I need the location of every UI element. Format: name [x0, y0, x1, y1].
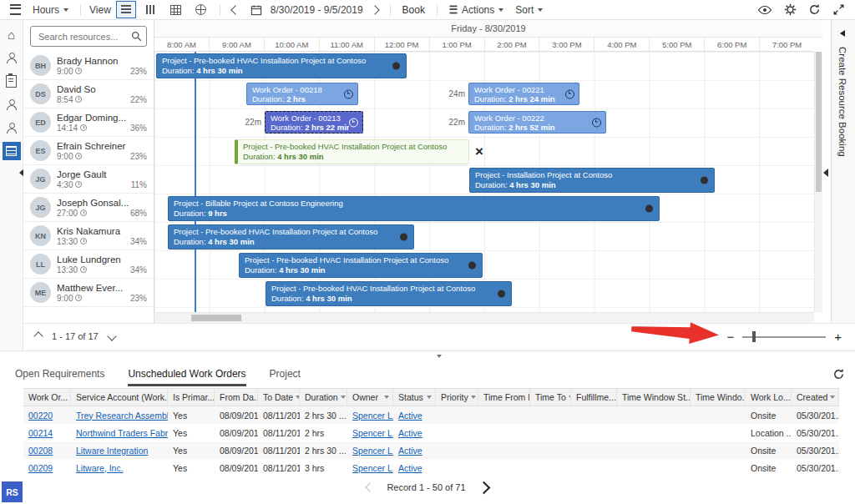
column-header[interactable]: Time From P... — [478, 389, 530, 406]
calendar-button[interactable] — [247, 4, 266, 16]
cell-link[interactable]: Spencer L... — [347, 446, 393, 456]
cell-link[interactable]: Litware, Inc. — [71, 463, 168, 473]
column-header[interactable]: Work Lo... — [746, 389, 792, 406]
cell-link[interactable]: Litware Integration — [71, 446, 168, 456]
cell-link[interactable]: Active — [393, 446, 436, 456]
work-orders-icon[interactable] — [3, 72, 21, 90]
user-initials-badge[interactable]: RS — [2, 481, 23, 502]
scale-dropdown[interactable]: Hours — [29, 4, 72, 16]
zoom-slider[interactable] — [742, 331, 826, 342]
refresh-button[interactable] — [805, 3, 824, 16]
column-header[interactable]: Duration — [300, 389, 347, 406]
cell-link[interactable]: 00214 — [23, 428, 71, 438]
schedule-assistant-icon[interactable] — [3, 95, 21, 113]
column-header[interactable]: Priority — [436, 389, 478, 406]
table-row[interactable]: 00208Litware IntegrationYes08/09/201808/… — [23, 441, 839, 459]
vertical-scrollbar[interactable] — [814, 52, 822, 312]
column-header[interactable]: Time To — [530, 389, 571, 406]
cell-link[interactable]: 00208 — [23, 446, 71, 456]
tab-project[interactable]: Project — [270, 368, 301, 386]
expand-right-panel-icon[interactable] — [823, 169, 828, 177]
home-icon[interactable]: ⌂ — [3, 25, 21, 43]
fullscreen-button[interactable] — [829, 3, 848, 16]
horizontal-scrollbar-thumb[interactable] — [191, 315, 241, 321]
settings-button[interactable] — [781, 3, 800, 16]
prev-page-icon[interactable] — [366, 482, 375, 491]
next-period-button[interactable] — [368, 7, 382, 13]
schedule-board-icon[interactable] — [3, 142, 21, 160]
column-header[interactable]: Is Primar... — [168, 389, 215, 406]
cell-link[interactable]: Active — [393, 428, 436, 438]
column-header[interactable]: Owner — [347, 389, 393, 406]
prev-period-button[interactable] — [229, 7, 242, 13]
cell-link[interactable]: 00220 — [23, 411, 71, 421]
column-header[interactable]: From Da... — [215, 389, 258, 406]
resource-row[interactable]: BHBrady Hannon9:0023% — [23, 52, 154, 80]
resource-row[interactable]: JGJoseph Gonsal...27:0068% — [23, 194, 154, 222]
view-grid-button[interactable] — [166, 1, 186, 18]
booking-bar[interactable]: Project - Pre-booked HVAC Installation P… — [156, 53, 407, 78]
sort-dropdown[interactable]: Sort — [512, 4, 546, 16]
column-header[interactable]: To Date — [258, 389, 300, 406]
book-button[interactable]: Book — [399, 4, 428, 16]
column-header[interactable]: Service Account (Work... — [71, 389, 168, 406]
view-list-button[interactable] — [116, 1, 136, 18]
cell-link[interactable]: Spencer L... — [347, 428, 393, 438]
table-row[interactable]: 00209Litware, Inc.Yes08/09/201808/11/201… — [23, 459, 839, 476]
resource-row[interactable]: EDEdgar Doming...14:1436% — [23, 108, 154, 137]
zoom-slider-thumb[interactable] — [752, 331, 756, 342]
resource-row[interactable]: MEMatthew Ever...9:0023% — [23, 279, 154, 307]
cell-link[interactable]: Spencer L... — [347, 411, 393, 421]
cell-link[interactable]: Active — [393, 411, 436, 421]
search-input[interactable] — [37, 31, 128, 43]
actions-dropdown[interactable]: Actions — [446, 4, 507, 16]
column-header[interactable]: Work Or... — [23, 389, 71, 406]
grid-refresh-button[interactable] — [832, 368, 845, 381]
create-resource-booking-tab[interactable]: Create Resource Booking — [831, 20, 855, 324]
table-row[interactable]: 00220Trey Research AssemblyYes08/09/2018… — [23, 406, 839, 424]
date-range[interactable]: 8/30/2019 - 9/5/2019 — [271, 4, 363, 16]
cell-link[interactable]: Northwind Traders Fabric... — [71, 428, 168, 438]
booking-bar[interactable]: Work Order - 00221Duration: 2 hrs 24 min — [468, 83, 579, 105]
booking-bar[interactable]: Work Order - 00213Duration: 2 hrs 22 min — [265, 111, 363, 134]
booking-bar[interactable]: Project - Pre-booked HVAC Installation P… — [239, 253, 483, 278]
cell-link[interactable]: Trey Research Assembly — [71, 411, 168, 421]
booking-bar[interactable]: Project - Pre-booked HVAC Installation P… — [266, 281, 512, 306]
view-columns-button[interactable] — [141, 1, 161, 18]
cell-link[interactable]: Active — [393, 463, 436, 473]
booking-bar[interactable]: Project - Installation Project at Contos… — [469, 168, 715, 193]
close-icon[interactable]: × — [475, 144, 483, 159]
requirement-groups-icon[interactable] — [3, 118, 21, 137]
view-map-button[interactable] — [191, 1, 211, 18]
horizontal-scrollbar[interactable] — [154, 312, 814, 323]
column-header[interactable]: Status — [393, 389, 436, 406]
resource-row[interactable]: JGJorge Gault4:3011% — [23, 165, 154, 194]
table-row[interactable]: 00214Northwind Traders Fabric...Yes08/09… — [23, 424, 839, 441]
booking-bar[interactable]: Work Order - 00222Duration: 2 hrs 52 min — [468, 111, 606, 134]
column-header[interactable]: Created — [792, 389, 839, 406]
column-header[interactable]: Time Window St... — [617, 389, 691, 406]
column-header[interactable]: Time Windo... — [691, 389, 746, 406]
resource-row[interactable]: ESEfrain Schreiner9:0023% — [23, 137, 154, 165]
cell-link[interactable]: Spencer L... — [347, 463, 393, 473]
cell-link[interactable]: 00209 — [23, 463, 71, 473]
splitter-collapse-icon[interactable] — [437, 355, 442, 358]
column-header[interactable]: Fulfillme... — [571, 389, 617, 406]
booking-bar[interactable]: Project - Pre-booked HVAC Installation P… — [168, 224, 414, 249]
panel-splitter[interactable] — [0, 350, 855, 361]
resource-row[interactable]: DSDavid So8:5422% — [23, 80, 154, 108]
zoom-out-button[interactable]: − — [726, 330, 734, 343]
search-icon[interactable] — [131, 31, 142, 42]
resource-row[interactable]: LLLuke Lundgren13:3034% — [23, 250, 154, 279]
resource-row[interactable]: KNKris Nakamura13:3034% — [23, 222, 154, 250]
next-page-icon[interactable] — [477, 481, 490, 494]
show-details-button[interactable] — [754, 5, 776, 15]
booking-bar[interactable]: Work Order - 00218Duration: 2 hrs — [246, 83, 358, 105]
vertical-scrollbar-thumb[interactable] — [816, 52, 822, 192]
menu-button[interactable] — [7, 4, 24, 15]
tab-open-requirements[interactable]: Open Requirements — [15, 368, 104, 386]
booking-bar[interactable]: Project - Pre-booked HVAC Installation P… — [235, 139, 469, 164]
pager-up-icon[interactable] — [33, 331, 43, 340]
zoom-in-button[interactable]: + — [834, 330, 842, 343]
resources-icon[interactable] — [3, 48, 21, 67]
